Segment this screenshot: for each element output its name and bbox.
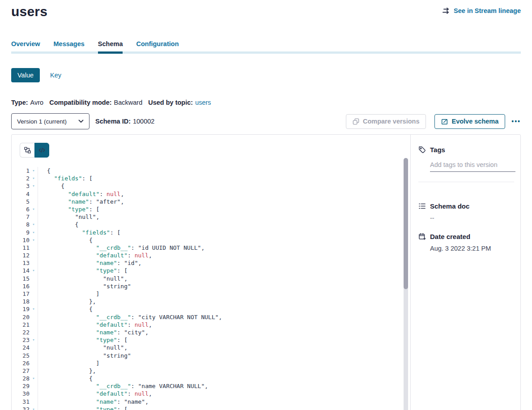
editor-view-toggle xyxy=(20,143,49,158)
code-line: 10▾ { xyxy=(12,236,395,244)
schema-details-sidebar: Tags Schema doc -- xyxy=(411,135,520,410)
code-text: { xyxy=(38,305,93,313)
code-line: 4 "default": null, xyxy=(12,190,395,198)
code-text: "__crdb__": "name VARCHAR NULL", xyxy=(38,382,208,390)
code-line: 8▾ { xyxy=(12,221,395,228)
topic-link[interactable]: users xyxy=(195,99,211,106)
code-text: "name": "city", xyxy=(38,329,149,336)
page-header: users See in Stream lineage xyxy=(11,4,521,20)
tab-list: Overview Messages Schema Configuration xyxy=(11,40,521,48)
fold-arrow-icon[interactable]: ▾ xyxy=(30,375,38,382)
fold-arrow-icon[interactable]: ▾ xyxy=(30,267,38,274)
line-number: 26 xyxy=(12,359,30,367)
code-line: 30 "default": null, xyxy=(12,390,395,397)
value-key-toggle: Value Key xyxy=(11,68,61,82)
fold-spacer xyxy=(30,198,38,205)
fold-arrow-icon[interactable]: ▾ xyxy=(30,175,38,182)
fold-arrow-icon[interactable]: ▾ xyxy=(30,205,38,213)
fold-arrow-icon[interactable]: ▾ xyxy=(30,305,38,313)
tags-section: Tags xyxy=(418,146,514,182)
key-toggle-link[interactable]: Key xyxy=(50,72,61,79)
schema-code-viewer[interactable]: 1▾{2▾ "fields": [3▾ {4 "default": null,5… xyxy=(12,167,395,410)
fold-spacer xyxy=(30,352,38,359)
stream-lineage-icon xyxy=(443,8,451,14)
fold-arrow-icon[interactable]: ▾ xyxy=(30,229,38,236)
code-text: "name": "after", xyxy=(38,198,124,205)
code-text: "type": [ xyxy=(38,336,128,344)
value-toggle-button[interactable]: Value xyxy=(11,68,40,82)
tags-title: Tags xyxy=(430,146,445,154)
meta-topic-label: Used by topic: xyxy=(148,99,193,106)
line-number: 20 xyxy=(12,313,30,321)
code-line: 25 "string" xyxy=(12,352,395,359)
code-line: 24 "null", xyxy=(12,344,395,351)
meta-compatibility-label: Compatibility mode: xyxy=(49,99,111,106)
code-line: 27 }, xyxy=(12,367,395,375)
chevron-down-icon xyxy=(78,120,84,123)
more-actions-button ellipsis-icon[interactable]: ••• xyxy=(511,114,521,129)
code-view-button[interactable] xyxy=(34,143,49,158)
code-line: 1▾{ xyxy=(12,167,395,175)
line-number: 1 xyxy=(12,167,30,175)
line-number: 9 xyxy=(12,229,30,236)
code-text: "default": null, xyxy=(38,321,152,329)
code-text: "__crdb__": "id UUID NOT NULL", xyxy=(38,244,204,252)
line-number: 6 xyxy=(12,205,30,213)
fold-arrow-icon[interactable]: ▾ xyxy=(30,221,38,228)
code-text: "type": [ xyxy=(38,267,128,274)
line-number: 18 xyxy=(12,298,30,305)
tab-schema[interactable]: Schema xyxy=(98,40,123,48)
version-select[interactable]: Version 1 (current) xyxy=(11,113,89,129)
meta-type-value: Avro xyxy=(30,99,44,106)
code-text: "null", xyxy=(38,344,128,351)
tree-view-button[interactable] xyxy=(20,143,34,158)
meta-type-label: Type: xyxy=(11,99,28,106)
code-line: 2▾ "fields": [ xyxy=(12,175,395,182)
code-text: "type": [ xyxy=(38,406,128,410)
fold-arrow-icon[interactable]: ▾ xyxy=(30,182,38,190)
fold-arrow-icon[interactable]: ▾ xyxy=(30,406,38,410)
schema-content-panel: 1▾{2▾ "fields": [3▾ {4 "default": null,5… xyxy=(11,134,521,410)
stream-lineage-label: See in Stream lineage xyxy=(454,7,521,14)
code-line: 11 "__crdb__": "id UUID NOT NULL", xyxy=(12,244,395,252)
code-lines: 1▾{2▾ "fields": [3▾ {4 "default": null,5… xyxy=(12,167,395,410)
line-number: 15 xyxy=(12,275,30,282)
code-line: 16 "string" xyxy=(12,282,395,290)
fold-spacer xyxy=(30,213,38,221)
editor-scrollbar-thumb[interactable] xyxy=(404,158,408,289)
code-line: 31 "name": "name", xyxy=(12,398,395,406)
fold-arrow-icon[interactable]: ▾ xyxy=(30,236,38,244)
meta-compatibility: Compatibility mode: Backward xyxy=(49,99,142,106)
date-created-heading: Date created xyxy=(418,233,514,240)
tab-configuration[interactable]: Configuration xyxy=(136,40,179,48)
evolve-schema-label: Evolve schema xyxy=(451,118,498,125)
evolve-schema-button[interactable]: Evolve schema xyxy=(434,114,505,129)
versions-icon xyxy=(353,118,359,125)
fold-spacer xyxy=(30,359,38,367)
line-number: 25 xyxy=(12,352,30,359)
fold-spacer xyxy=(30,398,38,406)
code-text: ] xyxy=(38,359,99,367)
tab-overview[interactable]: Overview xyxy=(11,40,40,48)
list-icon xyxy=(418,202,426,210)
fold-arrow-icon[interactable]: ▾ xyxy=(30,167,38,175)
line-number: 11 xyxy=(12,244,30,252)
fold-spacer xyxy=(30,290,38,298)
code-text: "name": "name", xyxy=(38,398,149,406)
code-text: "type": [ xyxy=(38,205,99,213)
code-text: "string" xyxy=(38,352,131,359)
fold-arrow-icon[interactable]: ▾ xyxy=(30,336,38,344)
line-number: 16 xyxy=(12,282,30,290)
line-number: 32 xyxy=(12,406,30,410)
tags-input[interactable] xyxy=(430,161,515,172)
code-text: "string" xyxy=(38,282,131,290)
tab-messages[interactable]: Messages xyxy=(54,40,85,48)
compare-versions-button[interactable]: Compare versions xyxy=(346,114,426,129)
meta-type: Type: Avro xyxy=(11,99,43,106)
code-line: 9▾ "fields": [ xyxy=(12,229,395,236)
fold-spacer xyxy=(30,190,38,198)
line-number: 13 xyxy=(12,259,30,267)
code-text: "default": null, xyxy=(38,252,152,259)
stream-lineage-link[interactable]: See in Stream lineage xyxy=(443,7,521,14)
editor-scrollbar[interactable] xyxy=(404,158,408,410)
